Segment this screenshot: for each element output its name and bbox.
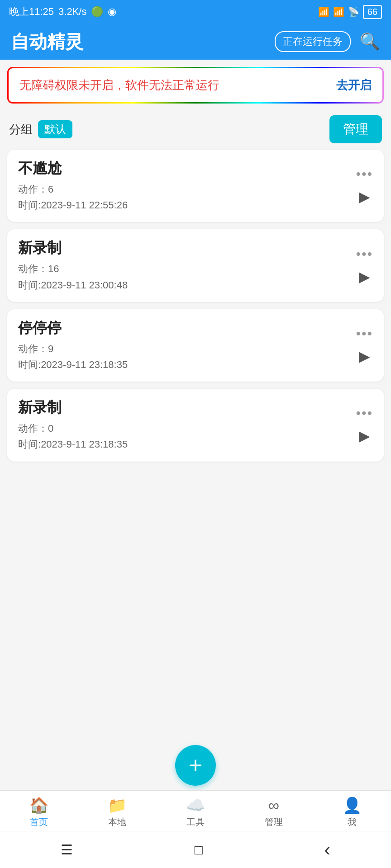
task-card: 新录制 动作：16 时间:2023-9-11 23:00:48 ••• ▶: [7, 229, 384, 302]
play-button[interactable]: ▶: [359, 427, 370, 444]
signal-icon: 📶: [318, 6, 329, 17]
task-meta: 动作：0 时间:2023-9-11 23:18:35: [18, 420, 356, 452]
status-left: 晚上11:25 3.2K/s 🟢 ◉: [9, 5, 116, 19]
task-name: 停停停: [18, 318, 356, 338]
back-button[interactable]: ‹: [324, 840, 330, 860]
signal-icon-2: 📶: [333, 6, 344, 17]
task-name: 不尴尬: [18, 159, 356, 179]
nav-label-manage: 管理: [265, 816, 283, 828]
manage-icon: ∞: [268, 797, 279, 814]
task-actions: ••• ▶: [356, 166, 373, 205]
task-info: 新录制 动作：0 时间:2023-9-11 23:18:35: [18, 398, 356, 452]
task-list: 不尴尬 动作：6 时间:2023-9-11 22:55:26 ••• ▶ 新录制…: [0, 150, 391, 602]
warning-message: 无障碍权限未开启，软件无法正常运行: [19, 77, 219, 93]
fab-container: +: [0, 736, 391, 790]
task-meta: 动作：9 时间:2023-9-11 23:18:35: [18, 341, 356, 373]
speed-label: 3.2K/s: [58, 6, 86, 18]
nav-item-me[interactable]: 👤 我: [313, 796, 391, 828]
group-label: 分组: [9, 122, 33, 137]
app-title: 自动精灵: [11, 29, 83, 54]
group-tag[interactable]: 默认: [38, 120, 72, 138]
menu-button[interactable]: ☰: [61, 842, 73, 858]
local-icon: 📁: [108, 796, 127, 814]
wifi-icon: 📡: [348, 6, 359, 17]
nav-label-tools: 工具: [186, 816, 205, 828]
more-options-button[interactable]: •••: [356, 326, 373, 341]
app-icon-2: ◉: [108, 6, 116, 18]
me-icon: 👤: [343, 796, 362, 814]
task-name: 新录制: [18, 238, 356, 258]
task-name: 新录制: [18, 398, 356, 418]
warning-banner: 无障碍权限未开启，软件无法正常运行 去开启: [7, 67, 384, 104]
task-info: 停停停 动作：9 时间:2023-9-11 23:18:35: [18, 318, 356, 373]
nav-label-local: 本地: [108, 816, 126, 828]
status-bar: 晚上11:25 3.2K/s 🟢 ◉ 📶 📶 📡 66: [0, 0, 391, 24]
search-button[interactable]: 🔍: [360, 32, 380, 51]
tools-icon: ☁️: [186, 796, 205, 814]
task-info: 不尴尬 动作：6 时间:2023-9-11 22:55:26: [18, 159, 356, 213]
system-nav: ☰ □ ‹: [0, 831, 391, 868]
nav-item-home[interactable]: 🏠 首页: [0, 796, 78, 828]
play-button[interactable]: ▶: [359, 348, 370, 365]
task-meta: 动作：6 时间:2023-9-11 22:55:26: [18, 181, 356, 213]
header-actions: 正在运行任务 🔍: [275, 31, 380, 52]
running-badge: 正在运行任务: [275, 31, 351, 52]
task-card: 不尴尬 动作：6 时间:2023-9-11 22:55:26 ••• ▶: [7, 150, 384, 222]
nav-item-manage[interactable]: ∞ 管理: [234, 797, 313, 828]
task-actions: ••• ▶: [356, 406, 373, 444]
nav-label-home: 首页: [30, 816, 48, 828]
bottom-nav: 🏠 首页 📁 本地 ☁️ 工具 ∞ 管理 👤 我: [0, 790, 391, 831]
app-header: 自动精灵 正在运行任务 🔍: [0, 24, 391, 60]
task-card: 停停停 动作：9 时间:2023-9-11 23:18:35 ••• ▶: [7, 309, 384, 382]
add-task-button[interactable]: +: [175, 745, 216, 786]
nav-item-local[interactable]: 📁 本地: [78, 796, 157, 828]
app-icon-1: 🟢: [91, 6, 103, 18]
home-button[interactable]: □: [195, 842, 203, 858]
nav-label-me: 我: [348, 816, 357, 828]
battery-label: 66: [363, 5, 382, 19]
warning-action-button[interactable]: 去开启: [336, 77, 372, 93]
more-options-button[interactable]: •••: [356, 166, 373, 182]
group-row: 分组 默认 管理: [0, 111, 391, 148]
home-icon: 🏠: [29, 796, 48, 814]
time-label: 晚上11:25: [9, 5, 54, 19]
task-actions: ••• ▶: [356, 246, 373, 285]
task-card: 新录制 动作：0 时间:2023-9-11 23:18:35 ••• ▶: [7, 389, 384, 461]
nav-item-tools[interactable]: ☁️ 工具: [157, 796, 235, 828]
group-left: 分组 默认: [9, 120, 72, 138]
play-button[interactable]: ▶: [359, 268, 370, 285]
play-button[interactable]: ▶: [359, 188, 370, 205]
task-meta: 动作：16 时间:2023-9-11 23:00:48: [18, 261, 356, 292]
task-actions: ••• ▶: [356, 326, 373, 365]
status-right: 📶 📶 📡 66: [318, 5, 382, 19]
more-options-button[interactable]: •••: [356, 406, 373, 421]
more-options-button[interactable]: •••: [356, 246, 373, 262]
task-info: 新录制 动作：16 时间:2023-9-11 23:00:48: [18, 238, 356, 292]
manage-button[interactable]: 管理: [329, 115, 382, 143]
